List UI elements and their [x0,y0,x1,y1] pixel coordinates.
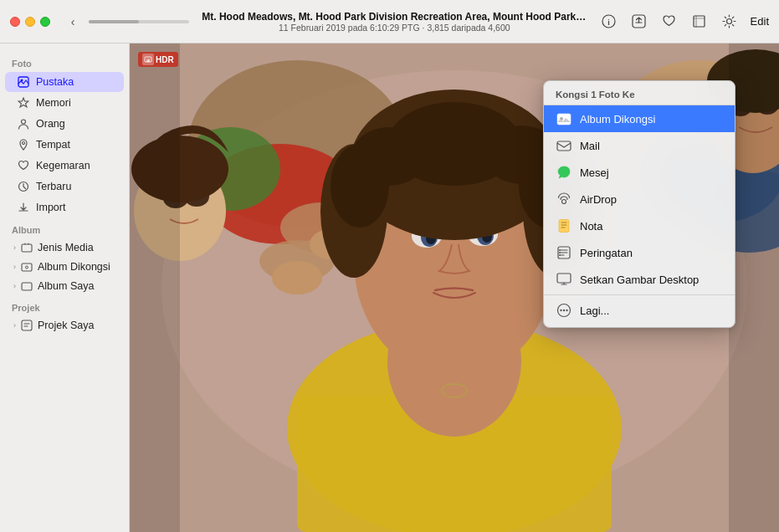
sidebar-item-tempat[interactable]: Tempat [5,135,124,155]
svg-rect-3 [694,16,705,27]
dropdown-header: Kongsi 1 Foto Ke [544,84,735,105]
sidebar-label-tempat: Tempat [36,139,70,151]
maximize-button[interactable] [40,17,50,27]
svg-rect-11 [22,244,32,252]
svg-point-73 [560,309,561,311]
sidebar-item-memori[interactable]: Memori [5,93,124,113]
airdrop-menu-icon [556,191,572,207]
sidebar-item-orang[interactable]: Orang [5,114,124,134]
sidebar-section-album: Album [0,218,129,238]
chevron-icon-4: › [13,321,16,330]
svg-text:⊞: ⊞ [146,58,150,63]
sidebar-item-projek-saya[interactable]: › Projek Saya [5,316,124,335]
menu-label-setkan-desktop: Setkan Gambar Desktop [580,274,699,286]
svg-point-4 [727,19,732,24]
info-icon[interactable]: i [600,13,618,31]
menu-label-nota: Nota [580,220,602,233]
progress-bar [89,20,189,23]
orang-icon [17,117,30,130]
back-button[interactable]: ‹ [64,13,82,31]
titlebar-actions: i Edit [600,13,769,31]
svg-rect-71 [557,274,571,283]
edit-button[interactable]: Edit [751,15,769,28]
memori-icon [17,96,30,110]
menu-divider [544,294,735,295]
menu-label-mesej: Mesej [580,166,609,179]
menu-item-mail[interactable]: Mail [544,132,735,159]
menu-item-nota[interactable]: Nota [544,212,735,239]
menu-item-mesej[interactable]: Mesej [544,159,735,186]
sidebar-item-jenis-media[interactable]: › Jenis Media [5,238,124,257]
svg-point-70 [559,254,561,256]
svg-point-68 [559,249,561,251]
mail-menu-icon [556,137,572,154]
svg-text:i: i [607,18,610,27]
sidebar-item-import[interactable]: Import [5,197,124,217]
svg-rect-15 [22,320,32,330]
pustaka-icon [17,75,30,89]
sidebar-label-projek-saya: Projek Saya [38,320,94,331]
terbaru-icon [17,180,30,193]
svg-rect-66 [559,220,569,233]
chevron-icon: › [13,243,16,252]
progress-fill [89,20,139,23]
close-button[interactable] [10,17,20,27]
svg-rect-64 [557,141,571,151]
menu-label-airdrop: AirDrop [580,193,617,206]
menu-label-mail: Mail [580,140,600,152]
titlebar: ‹ Mt. Hood Meadows, Mt. Hood Park Divisi… [0,0,779,43]
sidebar-label-jenis-media: Jenis Media [38,242,94,253]
svg-point-13 [26,266,28,269]
share-dropdown: Kongsi 1 Foto Ke Album Dikongsi [543,80,735,328]
sidebar-label-import: Import [36,202,65,213]
sidebar-item-pustaka[interactable]: Pustaka [5,72,124,92]
svg-rect-12 [22,263,32,271]
photo-area: ⊞ HDR Kongsi 1 Foto Ke Album Dikongsi [130,43,779,532]
svg-rect-59 [729,43,779,532]
enhance-icon[interactable] [720,13,739,31]
projek-saya-icon [20,319,33,332]
svg-point-74 [563,309,565,311]
svg-rect-14 [22,283,32,290]
svg-point-65 [562,200,566,204]
menu-item-airdrop[interactable]: AirDrop [544,186,735,212]
svg-point-69 [559,252,561,253]
peringatan-menu-icon [556,244,572,261]
sidebar-label-album-saya: Album Saya [38,280,94,292]
sidebar-item-album-dikongsi[interactable]: › Album Dikongsi [5,258,124,276]
svg-marker-7 [18,98,28,107]
sidebar-label-pustaka: Pustaka [36,76,74,88]
crop-icon[interactable] [690,13,709,31]
menu-label-album-dikongsi: Album Dikongsi [580,113,655,125]
sidebar-item-kegemaran[interactable]: Kegemaran [5,156,124,176]
favorite-icon[interactable] [660,13,679,31]
svg-point-8 [22,120,26,124]
photo-title: Mt. Hood Meadows, Mt. Hood Park Division… [202,11,587,23]
nav-buttons: ‹ [64,13,189,31]
menu-item-album-dikongsi[interactable]: Album Dikongsi [544,105,735,132]
sidebar-label-memori: Memori [36,97,71,109]
menu-item-lagi[interactable]: Lagi... [544,297,735,324]
titlebar-center: Mt. Hood Meadows, Mt. Hood Park Division… [189,11,600,33]
main-content: Foto Pustaka Memori [0,43,779,532]
menu-label-lagi: Lagi... [580,304,609,317]
menu-item-peringatan[interactable]: Peringatan [544,239,735,266]
tempat-icon [17,138,30,151]
share-icon[interactable] [630,13,648,31]
minimize-button[interactable] [25,17,35,27]
sidebar: Foto Pustaka Memori [0,43,130,532]
menu-item-setkan-desktop[interactable]: Setkan Gambar Desktop [544,266,735,293]
chevron-icon-2: › [13,263,16,271]
album-dikongsi-icon [20,260,33,274]
import-icon [17,201,30,214]
nota-menu-icon [556,217,572,234]
sidebar-label-album-dikongsi: Album Dikongsi [38,261,110,273]
traffic-lights [10,17,50,27]
svg-rect-62 [557,114,571,125]
svg-point-75 [566,309,567,311]
photo-subtitle: 11 Februari 2019 pada 6:10:29 PTG · 3,81… [279,23,510,33]
sidebar-label-kegemaran: Kegemaran [36,160,90,171]
sidebar-section-projek: Projek [0,296,129,315]
sidebar-item-album-saya[interactable]: › Album Saya [5,277,124,295]
sidebar-item-terbaru[interactable]: Terbaru [5,176,124,197]
